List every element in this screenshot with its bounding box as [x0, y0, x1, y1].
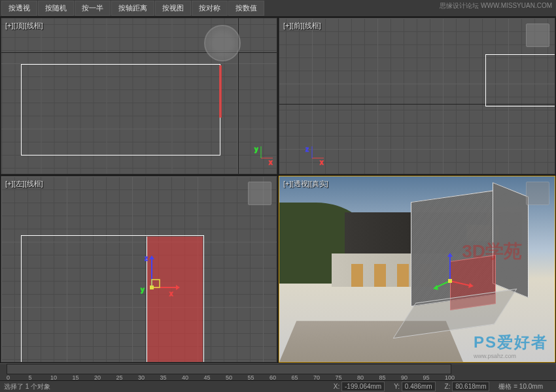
svg-marker-20: [447, 253, 453, 257]
object-box-outline[interactable]: [21, 64, 220, 155]
timeline-tick: 30: [138, 374, 145, 381]
timeline-tick: 35: [160, 374, 167, 381]
timeline-tick: 40: [182, 374, 188, 381]
svg-text:x: x: [320, 159, 324, 166]
viewport-front[interactable]: [+][前][线框] x z: [279, 18, 555, 174]
axis-tripod: x z: [299, 145, 325, 171]
svg-marker-12: [149, 255, 154, 259]
watermark-3d-school: 3D学苑: [462, 239, 522, 264]
viewport-left[interactable]: [+][左][线框] x z y: [1, 176, 277, 363]
viewport-label[interactable]: [+][透视][真实]: [283, 179, 328, 189]
timeline-tick: 15: [73, 374, 79, 381]
viewport-top[interactable]: [+][顶][线框] x y: [1, 18, 277, 174]
move-gizmo[interactable]: x z y: [129, 252, 181, 304]
svg-text:x: x: [169, 290, 173, 297]
steering-wheel[interactable]: [204, 25, 241, 61]
timeline-tick: 90: [401, 374, 408, 381]
status-bar: 选择了 1 个对象 X: -199.064mm Y: 0.486mm Z: 80…: [0, 380, 556, 392]
watermark-url: www.psahz.com: [474, 353, 548, 359]
timeline-tick: 70: [313, 374, 320, 381]
toolbar-btn-axis-distance[interactable]: 按轴距离: [111, 1, 154, 16]
timeline-tick: 80: [357, 374, 364, 381]
svg-marker-9: [176, 285, 180, 290]
door: [397, 264, 409, 287]
svg-line-17: [450, 281, 470, 286]
watermark-logo: PS爱好者: [474, 332, 548, 353]
toolbar-btn-symmetry[interactable]: 按对称: [192, 1, 228, 16]
object-box-outline[interactable]: [485, 54, 555, 106]
z-input[interactable]: 80.618mm: [452, 382, 489, 391]
timeline-tick: 85: [379, 374, 386, 381]
viewcube[interactable]: [248, 182, 271, 205]
svg-text:y: y: [254, 146, 258, 153]
viewcube[interactable]: [526, 182, 549, 205]
timeline-tick: 0: [7, 374, 10, 381]
svg-rect-23: [448, 279, 452, 283]
grid-size: 栅格 = 10.0mm: [498, 382, 543, 391]
selection-status: 选择了 1 个对象: [4, 382, 50, 391]
viewport-label[interactable]: [+][左][线框]: [5, 179, 43, 189]
door: [374, 264, 386, 287]
coord-z: Z: 80.618mm: [445, 383, 490, 390]
timeline-tick: 75: [336, 374, 342, 381]
y-input[interactable]: 0.486mm: [402, 382, 436, 391]
svg-rect-15: [150, 286, 154, 289]
timeline-tick: 65: [292, 374, 298, 381]
viewport-label[interactable]: [+][前][线框]: [283, 21, 321, 31]
selected-edge[interactable]: [219, 65, 222, 118]
coord-x: X: -199.064mm: [334, 383, 385, 390]
viewport-label[interactable]: [+][顶][线框]: [5, 21, 43, 31]
timeline-tick: 60: [269, 374, 276, 381]
toolbar-btn-view[interactable]: 按视图: [155, 1, 191, 16]
timeline[interactable]: 0510152025303540455055606570758085909510…: [0, 363, 556, 380]
timeline-tick: 95: [423, 374, 430, 381]
timeline-tick: 50: [226, 374, 232, 381]
x-input[interactable]: -199.064mm: [341, 382, 385, 391]
svg-text:z: z: [305, 146, 309, 153]
svg-line-21: [436, 281, 450, 287]
timeline-tick: 20: [94, 374, 101, 381]
timeline-tick: 45: [204, 374, 211, 381]
toolbar-btn-perspective[interactable]: 按透视: [1, 1, 37, 16]
timeline-tick: 100: [445, 374, 455, 381]
svg-text:y: y: [141, 286, 145, 293]
watermark-top: 思缘设计论坛 WWW.MISSYUAN.COM: [440, 1, 552, 10]
timeline-tick: 10: [50, 374, 57, 381]
toolbar-btn-half[interactable]: 按一半: [75, 1, 111, 16]
toolbar-btn-value[interactable]: 按数值: [228, 1, 264, 16]
timeline-tick: 5: [29, 374, 32, 381]
coord-y: Y: 0.486mm: [394, 383, 435, 390]
timeline-ruler[interactable]: [7, 364, 451, 374]
viewcube[interactable]: [526, 24, 549, 47]
svg-marker-22: [433, 285, 438, 290]
svg-marker-18: [468, 283, 474, 288]
axis-tripod: x y: [248, 145, 274, 171]
svg-text:x: x: [269, 159, 273, 166]
door: [351, 264, 363, 287]
watermark-bottom: PS爱好者 www.psahz.com: [474, 332, 548, 359]
svg-text:z: z: [145, 255, 148, 262]
toolbar-btn-random[interactable]: 按随机: [38, 1, 74, 16]
timeline-tick: 55: [248, 374, 254, 381]
viewport-grid: [+][顶][线框] x y [+][前][线框] x z [+][左][线框]…: [0, 17, 556, 363]
timeline-tick: 25: [116, 374, 123, 381]
